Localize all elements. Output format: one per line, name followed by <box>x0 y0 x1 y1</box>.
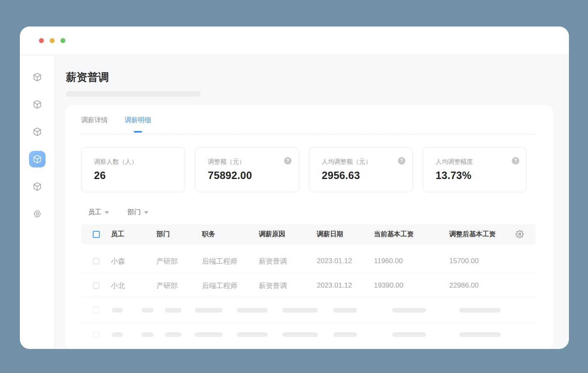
stat-card-total-adjustment: 调整额（元） ? 75892.00 <box>195 147 299 192</box>
cell-reason: 薪资普调 <box>259 281 317 291</box>
sidebar-item-1[interactable] <box>29 69 46 85</box>
cell-date: 2023.01.12 <box>317 257 374 265</box>
cell-employee: 小森 <box>111 257 157 266</box>
column-header: 调薪原因 <box>259 230 317 239</box>
column-settings-gear-icon[interactable] <box>516 230 524 238</box>
stat-card-headcount: 调薪人数（人） 26 <box>81 147 185 192</box>
row-checkbox[interactable] <box>93 258 99 264</box>
filter-bar: 员工 部门 <box>81 208 536 217</box>
filter-label: 员工 <box>88 208 101 217</box>
tab-adjustment-details[interactable]: 调薪详情 <box>81 116 108 134</box>
sidebar-item-2[interactable] <box>29 96 46 113</box>
box-icon <box>33 73 42 82</box>
table-header: 员工 部门 职务 调薪原因 调薪日期 当前基本工资 调整后基本工资 <box>81 224 536 244</box>
cell-adjusted-salary: 22986.00 <box>449 281 516 290</box>
salary-table: 员工 部门 职务 调薪原因 调薪日期 当前基本工资 调整后基本工资 <box>81 224 536 347</box>
table-row: 小森 产研部 后端工程师 薪资普调 2023.01.12 11960.00 15… <box>81 249 536 274</box>
close-button[interactable] <box>39 38 44 43</box>
column-header: 当前基本工资 <box>374 230 449 239</box>
cell-current-salary: 11960.00 <box>374 257 449 265</box>
help-icon[interactable]: ? <box>284 157 292 165</box>
stat-value: 75892.00 <box>208 170 292 182</box>
zoom-button[interactable] <box>60 38 65 43</box>
box-icon <box>33 100 42 109</box>
page-title: 薪资普调 <box>66 70 569 85</box>
sidebar <box>20 55 55 349</box>
table-body: 小森 产研部 后端工程师 薪资普调 2023.01.12 11960.00 15… <box>81 249 536 347</box>
table-row-skeleton <box>81 298 536 322</box>
settings-nut-icon <box>33 209 42 218</box>
column-header: 员工 <box>111 230 157 239</box>
column-header: 调薪日期 <box>317 230 374 239</box>
cell-department: 产研部 <box>157 257 202 266</box>
detail-panel: 调薪详情 调薪明细 调薪人数（人） 26 调整额（元） ? <box>65 105 553 349</box>
stat-card-avg-rate: 人均调整幅度 ? 13.73% <box>423 147 527 192</box>
stat-card-avg-adjustment: 人均调整额（元） ? 2956.63 <box>309 147 413 192</box>
cell-department: 产研部 <box>157 281 202 291</box>
cell-reason: 薪资普调 <box>259 257 317 266</box>
cell-current-salary: 19390.00 <box>374 281 449 290</box>
cell-position: 后端工程师 <box>202 257 259 266</box>
stat-cards: 调薪人数（人） 26 调整额（元） ? 75892.00 人均调整额（元） <box>81 147 536 192</box>
subtitle-skeleton-bar <box>66 91 201 97</box>
box-icon <box>33 155 42 164</box>
stat-value: 2956.63 <box>322 170 405 182</box>
filter-label: 部门 <box>128 208 141 217</box>
caret-down-icon <box>144 211 148 214</box>
main-content: 薪资普调 调薪详情 调薪明细 调薪人数（人） 26 <box>55 55 569 349</box>
cell-adjusted-salary: 15700.00 <box>449 257 516 265</box>
box-icon <box>33 127 42 136</box>
stat-label: 调薪人数（人） <box>94 157 137 166</box>
row-checkbox <box>93 332 99 338</box>
cell-date: 2023.01.12 <box>317 281 374 290</box>
box-icon <box>33 182 42 191</box>
sidebar-item-settings[interactable] <box>29 206 46 222</box>
sidebar-item-3[interactable] <box>29 124 46 140</box>
cell-employee: 小北 <box>111 281 157 291</box>
table-row-skeleton <box>81 322 536 347</box>
column-header: 调整后基本工资 <box>449 230 516 239</box>
cell-position: 后端工程师 <box>202 281 259 291</box>
select-all-checkbox[interactable] <box>93 231 100 238</box>
row-checkbox <box>93 307 99 313</box>
column-header: 部门 <box>157 230 202 239</box>
column-header: 职务 <box>202 230 259 239</box>
sidebar-item-4-active[interactable] <box>29 151 46 167</box>
help-icon[interactable]: ? <box>512 157 519 165</box>
help-icon[interactable]: ? <box>398 157 405 165</box>
filter-department[interactable]: 部门 <box>128 208 148 217</box>
stat-label: 人均调整幅度 <box>436 157 473 166</box>
tab-bar: 调薪详情 调薪明细 <box>81 116 536 134</box>
sidebar-item-5[interactable] <box>29 178 46 195</box>
caret-down-icon <box>105 211 109 214</box>
table-row: 小北 产研部 后端工程师 薪资普调 2023.01.12 19390.00 22… <box>81 274 536 298</box>
app-window: 薪资普调 调薪详情 调薪明细 调薪人数（人） 26 <box>20 27 569 349</box>
stat-label: 人均调整额（元） <box>322 157 371 166</box>
filter-employee[interactable]: 员工 <box>88 208 109 217</box>
tab-adjustment-breakdown[interactable]: 调薪明细 <box>125 116 151 134</box>
stat-value: 13.73% <box>436 170 519 182</box>
stat-label: 调整额（元） <box>208 157 245 166</box>
row-checkbox[interactable] <box>93 282 99 289</box>
window-titlebar <box>20 27 569 55</box>
stat-value: 26 <box>94 170 178 182</box>
minimize-button[interactable] <box>50 38 55 43</box>
